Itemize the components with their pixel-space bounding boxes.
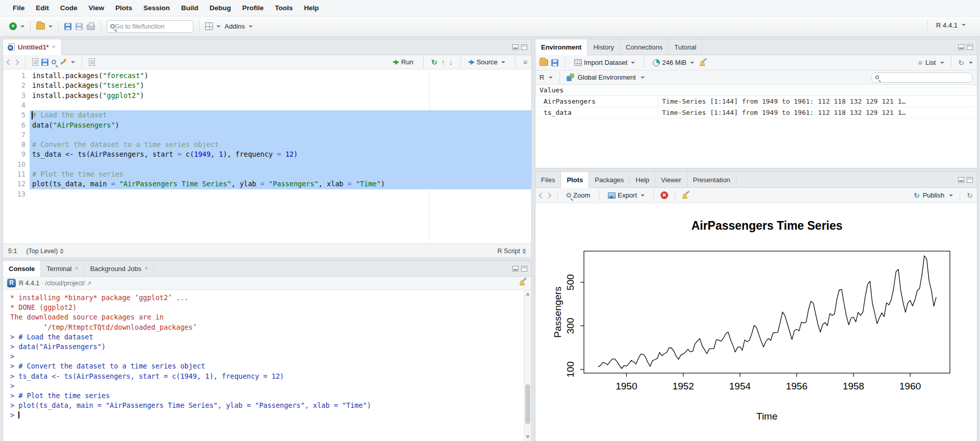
document-outline-icon[interactable]: ≡ — [523, 58, 527, 66]
scroll-down-icon[interactable] — [526, 435, 530, 438]
minimize-pane-button[interactable] — [958, 44, 964, 50]
compile-report-icon[interactable] — [89, 58, 95, 66]
tab-label: Tutorial — [674, 43, 696, 51]
menu-code[interactable]: Code — [55, 0, 83, 16]
zoom-plot-button[interactable]: Zoom — [565, 190, 592, 201]
import-dataset-button[interactable]: Import Dataset — [572, 57, 637, 68]
menu-help[interactable]: Help — [299, 0, 325, 16]
close-icon[interactable]: × — [75, 265, 78, 272]
rerun-icon[interactable]: ↻ — [431, 58, 437, 66]
scope-selector[interactable]: Global Environment — [577, 74, 635, 81]
tab-history[interactable]: History — [587, 39, 620, 55]
run-next-icon[interactable]: ↓ — [449, 58, 453, 66]
menu-debug[interactable]: Debug — [204, 0, 237, 16]
save-icon — [64, 23, 71, 30]
scroll-up-icon[interactable] — [526, 292, 530, 296]
print-button[interactable] — [85, 21, 97, 32]
workspace-panes-button[interactable] — [203, 21, 223, 32]
clear-console-icon[interactable] — [519, 278, 527, 286]
export-plot-button[interactable]: Export — [606, 190, 647, 201]
previous-plot-icon[interactable] — [538, 192, 544, 198]
env-object-AirPassengers[interactable]: AirPassengersTime-Series [1:144] from 19… — [535, 96, 977, 107]
open-in-new-window-icon[interactable] — [32, 58, 38, 66]
object-name: ts_data — [544, 107, 572, 118]
source-button[interactable]: Source — [469, 57, 507, 67]
console-output[interactable]: * installing *binary* package ‘ggplot2’ … — [3, 290, 524, 441]
tab-connections[interactable]: Connections — [620, 39, 669, 55]
tab-presentation[interactable]: Presentation — [688, 172, 737, 187]
menu-file[interactable]: File — [7, 0, 30, 16]
memory-usage-label: 246 MiB — [662, 59, 687, 66]
refresh-plot-icon[interactable]: ↻ — [967, 191, 973, 200]
console-cursor — [18, 411, 19, 419]
tab-terminal[interactable]: Terminal× — [41, 261, 84, 276]
remove-plot-icon[interactable]: ✕ — [660, 191, 668, 199]
console-scrollbar[interactable] — [524, 290, 531, 441]
scrollbar-thumb[interactable] — [525, 384, 530, 424]
minimize-pane-button[interactable] — [512, 266, 519, 272]
new-file-button[interactable]: + — [7, 21, 27, 32]
tab-plots[interactable]: Plots — [561, 172, 589, 188]
file-type-selector[interactable]: R Script — [498, 248, 526, 255]
goto-file-function-input[interactable] — [115, 23, 181, 30]
maximize-pane-button[interactable] — [967, 44, 973, 50]
goto-file-function-box[interactable] — [107, 20, 193, 33]
tab-untitled1[interactable]: Untitled1* × — [3, 39, 62, 55]
tab-help[interactable]: Help — [630, 172, 655, 187]
menu-edit[interactable]: Edit — [30, 0, 55, 16]
tab-environment[interactable]: Environment — [535, 39, 587, 55]
menu-session[interactable]: Session — [138, 0, 176, 16]
open-file-button[interactable] — [34, 21, 55, 31]
back-icon[interactable] — [6, 59, 12, 65]
minimize-pane-button[interactable] — [958, 177, 964, 183]
save-workspace-icon[interactable] — [551, 59, 558, 66]
tab-console[interactable]: Console — [3, 261, 41, 277]
maximize-pane-button[interactable] — [521, 266, 527, 272]
working-directory[interactable]: /cloud/project/ — [45, 280, 85, 287]
save-button[interactable] — [62, 21, 74, 32]
line-number: 4 — [3, 101, 26, 110]
scope-selector[interactable]: (Top Level) — [26, 248, 64, 255]
list-view-label[interactable]: List — [925, 59, 936, 66]
run-button[interactable]: Run — [393, 57, 415, 67]
addins-button[interactable]: Addins — [223, 21, 255, 32]
maximize-pane-button[interactable] — [521, 44, 527, 50]
refresh-icon[interactable]: ↻ — [958, 59, 964, 67]
tab-background-jobs[interactable]: Background Jobs× — [84, 261, 154, 276]
minimize-pane-button[interactable] — [512, 44, 519, 50]
code-editor[interactable]: 1install.packages("forecast")2install.pa… — [3, 69, 531, 243]
next-plot-icon[interactable] — [546, 192, 551, 198]
close-icon[interactable]: × — [144, 265, 148, 272]
toolbar-separator — [82, 57, 82, 68]
y-tick-label: 300 — [565, 318, 576, 334]
tab-viewer[interactable]: Viewer — [655, 172, 688, 187]
menu-plots[interactable]: Plots — [110, 0, 138, 16]
run-previous-icon[interactable]: ↑ — [442, 58, 445, 66]
close-icon[interactable]: × — [52, 43, 56, 51]
menu-build[interactable]: Build — [176, 0, 204, 16]
open-directory-icon[interactable]: ↗ — [87, 280, 91, 286]
load-workspace-icon[interactable] — [540, 59, 548, 66]
environment-search-input[interactable] — [882, 74, 964, 81]
forward-icon[interactable] — [13, 59, 19, 65]
env-object-ts_data[interactable]: ts_dataTime-Series [1:144] from 1949 to … — [535, 107, 977, 118]
language-selector[interactable]: R — [540, 74, 544, 81]
publish-label[interactable]: Publish — [923, 191, 945, 199]
clear-all-plots-icon[interactable] — [682, 191, 690, 199]
tab-tutorial[interactable]: Tutorial — [669, 39, 702, 55]
tab-packages[interactable]: Packages — [589, 172, 630, 187]
save-source-icon[interactable] — [41, 59, 48, 66]
clear-environment-icon[interactable] — [699, 59, 707, 66]
project-menu-button[interactable]: R 4.4.1 — [927, 19, 966, 31]
code-tools-icon[interactable] — [59, 59, 66, 66]
save-all-button[interactable] — [74, 21, 85, 32]
print-icon — [87, 24, 95, 30]
find-replace-icon[interactable] — [52, 60, 56, 64]
environment-search-box[interactable] — [871, 72, 973, 83]
tab-files[interactable]: Files — [535, 172, 561, 187]
memory-usage-button[interactable]: 246 MiB — [651, 57, 696, 68]
menu-profile[interactable]: Profile — [237, 0, 270, 16]
menu-tools[interactable]: Tools — [270, 0, 299, 16]
menu-view[interactable]: View — [83, 0, 110, 16]
maximize-pane-button[interactable] — [967, 177, 973, 183]
